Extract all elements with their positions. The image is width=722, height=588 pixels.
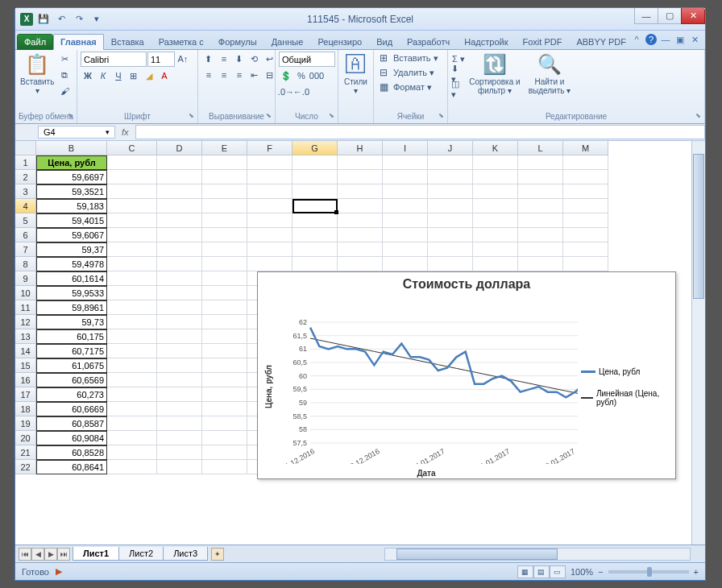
cell-C9[interactable] [107, 271, 157, 286]
cell-B20-value[interactable]: 60,9084 [36, 431, 107, 445]
help-icon[interactable]: ? [645, 34, 657, 45]
cell-C19[interactable] [107, 416, 157, 431]
row-header-12[interactable]: 12 [15, 315, 36, 329]
format-cells-button[interactable]: ▦Формат ▾ [377, 81, 434, 93]
cell-L6[interactable] [518, 228, 563, 242]
cell-D11[interactable] [157, 300, 202, 315]
cell-C11[interactable] [107, 300, 157, 315]
cell-D7[interactable] [157, 242, 202, 257]
column-header-B[interactable]: B [36, 141, 107, 155]
cell-D2[interactable] [157, 170, 202, 184]
cell-B21-value[interactable]: 60,8528 [36, 445, 107, 460]
cell-I6[interactable] [383, 228, 428, 242]
cell-B18-value[interactable]: 60,6669 [36, 402, 107, 416]
cell-D17[interactable] [157, 387, 202, 402]
sheet-nav-last-icon[interactable]: ⏭ [57, 548, 70, 561]
cell-D21[interactable] [157, 445, 202, 460]
cell-D16[interactable] [157, 373, 202, 387]
cell-K3[interactable] [473, 184, 518, 199]
zoom-slider[interactable] [608, 570, 689, 574]
cell-K2[interactable] [473, 170, 518, 184]
cell-M6[interactable] [563, 228, 608, 242]
cell-H7[interactable] [338, 242, 383, 257]
tab-рецензиро[interactable]: Рецензиро [310, 34, 369, 49]
row-header-13[interactable]: 13 [15, 329, 36, 344]
row-header-20[interactable]: 20 [15, 431, 36, 445]
cell-E6[interactable] [202, 228, 247, 242]
redo-icon[interactable]: ↷ [72, 12, 86, 27]
row-header-22[interactable]: 22 [15, 460, 36, 474]
row-header-17[interactable]: 17 [15, 387, 36, 402]
cell-D3[interactable] [157, 184, 202, 199]
cell-J4[interactable] [428, 199, 473, 213]
tab-вид[interactable]: Вид [369, 34, 400, 49]
column-header-L[interactable]: L [518, 141, 563, 155]
formula-input[interactable] [135, 125, 705, 139]
fx-icon[interactable]: fx [122, 127, 129, 137]
view-normal-icon[interactable]: ▦ [517, 565, 533, 578]
cell-J6[interactable] [428, 228, 473, 242]
cell-B9-value[interactable]: 60,1614 [36, 271, 107, 286]
cell-J3[interactable] [428, 184, 473, 199]
row-header-4[interactable]: 4 [15, 199, 36, 213]
cell-H6[interactable] [338, 228, 383, 242]
cell-K7[interactable] [473, 242, 518, 257]
comma-icon[interactable]: 000 [309, 68, 324, 83]
macro-record-icon[interactable]: ▶ [56, 566, 62, 577]
cell-E5[interactable] [202, 213, 247, 228]
cell-E16[interactable] [202, 373, 247, 387]
cell-B4-value[interactable]: 59,183 [36, 199, 107, 213]
cell-H8[interactable] [338, 257, 383, 271]
zoom-in-button[interactable]: + [694, 567, 699, 577]
cell-C1[interactable] [107, 155, 157, 170]
cell-F3[interactable] [247, 184, 293, 199]
cell-G4[interactable] [293, 199, 338, 213]
row-header-21[interactable]: 21 [15, 445, 36, 460]
align-top-icon[interactable]: ⬆ [201, 52, 216, 66]
tab-разметка с[interactable]: Разметка с [151, 34, 211, 49]
cell-I3[interactable] [383, 184, 428, 199]
tab-foxit pdf[interactable]: Foxit PDF [516, 34, 570, 49]
cell-K1[interactable] [473, 155, 518, 170]
doc-restore-icon[interactable]: ▣ [674, 34, 686, 45]
percent-icon[interactable]: % [294, 68, 309, 83]
column-header-M[interactable]: M [563, 141, 608, 155]
cell-F5[interactable] [247, 213, 293, 228]
cell-E4[interactable] [202, 199, 247, 213]
cell-E11[interactable] [202, 300, 247, 315]
border-icon[interactable]: ⊞ [127, 68, 141, 83]
vertical-scrollbar[interactable] [691, 141, 705, 545]
cell-D20[interactable] [157, 431, 202, 445]
cell-D14[interactable] [157, 344, 202, 358]
paste-button[interactable]: 📋 Вставить ▾ [19, 52, 56, 97]
cell-F7[interactable] [247, 242, 293, 257]
cell-I5[interactable] [383, 213, 428, 228]
bold-button[interactable]: Ж [81, 68, 95, 83]
cell-C6[interactable] [107, 228, 157, 242]
cell-M7[interactable] [563, 242, 608, 257]
cell-J7[interactable] [428, 242, 473, 257]
cell-I8[interactable] [383, 257, 428, 271]
cell-F1[interactable] [247, 155, 293, 170]
cell-G7[interactable] [293, 242, 338, 257]
cell-E14[interactable] [202, 344, 247, 358]
view-page-break-icon[interactable]: ▭ [550, 565, 566, 578]
name-box[interactable]: G4 ▾ [38, 126, 115, 139]
cell-F4[interactable] [247, 199, 293, 213]
cell-B13-value[interactable]: 60,175 [36, 329, 107, 344]
zoom-out-button[interactable]: − [598, 567, 603, 577]
sheet-tab-Лист2[interactable]: Лист2 [118, 547, 164, 561]
cell-G3[interactable] [293, 184, 338, 199]
cell-K6[interactable] [473, 228, 518, 242]
align-middle-icon[interactable]: ≡ [217, 52, 231, 66]
find-select-button[interactable]: 🔍 Найти и выделить ▾ [524, 52, 575, 97]
row-header-14[interactable]: 14 [15, 344, 36, 358]
cell-D1[interactable] [157, 155, 202, 170]
tab-file[interactable]: Файл [17, 34, 53, 50]
cell-G1[interactable] [293, 155, 338, 170]
row-header-19[interactable]: 19 [15, 416, 36, 431]
cell-H4[interactable] [338, 199, 383, 213]
row-header-16[interactable]: 16 [15, 373, 36, 387]
currency-icon[interactable]: 💲 [279, 68, 293, 83]
new-sheet-icon[interactable]: ✦ [211, 548, 224, 561]
